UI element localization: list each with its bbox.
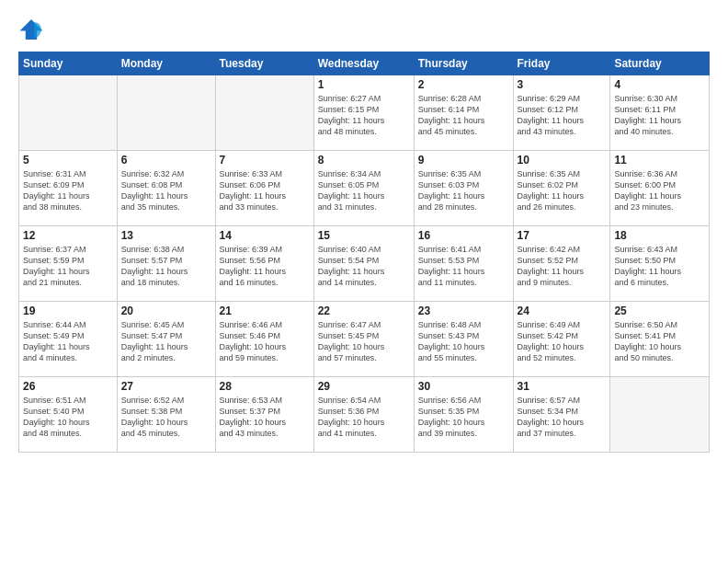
day-info: Sunrise: 6:29 AM Sunset: 6:12 PM Dayligh…: [518, 93, 607, 138]
calendar-cell: 21Sunrise: 6:46 AM Sunset: 5:46 PM Dayli…: [215, 302, 313, 377]
calendar-cell: [215, 75, 313, 151]
calendar-cell: 7Sunrise: 6:33 AM Sunset: 6:06 PM Daylig…: [215, 151, 313, 226]
day-info: Sunrise: 6:30 AM Sunset: 6:11 PM Dayligh…: [614, 93, 705, 138]
day-number: 12: [23, 229, 113, 242]
day-info: Sunrise: 6:53 AM Sunset: 5:37 PM Dayligh…: [220, 395, 310, 440]
weekday-header: Friday: [513, 52, 610, 75]
header: [18, 17, 710, 42]
day-number: 5: [23, 154, 113, 167]
weekday-header: Wednesday: [313, 52, 414, 75]
day-info: Sunrise: 6:31 AM Sunset: 6:09 PM Dayligh…: [23, 168, 113, 213]
weekday-header: Sunday: [19, 52, 118, 75]
day-info: Sunrise: 6:52 AM Sunset: 5:38 PM Dayligh…: [121, 395, 211, 440]
day-info: Sunrise: 6:39 AM Sunset: 5:56 PM Dayligh…: [220, 244, 310, 289]
day-number: 9: [418, 154, 509, 167]
day-number: 21: [220, 304, 310, 317]
day-number: 10: [518, 154, 607, 167]
calendar-cell: 18Sunrise: 6:43 AM Sunset: 5:50 PM Dayli…: [610, 226, 710, 302]
calendar-cell: [19, 75, 118, 151]
calendar-cell: 22Sunrise: 6:47 AM Sunset: 5:45 PM Dayli…: [313, 302, 414, 377]
day-number: 11: [614, 154, 705, 167]
calendar-cell: 15Sunrise: 6:40 AM Sunset: 5:54 PM Dayli…: [313, 226, 414, 302]
day-number: 13: [121, 229, 211, 242]
day-number: 7: [220, 154, 310, 167]
day-number: 3: [518, 78, 607, 91]
calendar-cell: 30Sunrise: 6:56 AM Sunset: 5:35 PM Dayli…: [414, 377, 513, 453]
calendar-cell: 16Sunrise: 6:41 AM Sunset: 5:53 PM Dayli…: [414, 226, 513, 302]
day-info: Sunrise: 6:32 AM Sunset: 6:08 PM Dayligh…: [121, 168, 211, 213]
calendar-cell: 31Sunrise: 6:57 AM Sunset: 5:34 PM Dayli…: [513, 377, 610, 453]
day-number: 20: [121, 304, 211, 317]
day-number: 25: [614, 304, 705, 317]
calendar-cell: 6Sunrise: 6:32 AM Sunset: 6:08 PM Daylig…: [117, 151, 215, 226]
day-info: Sunrise: 6:36 AM Sunset: 6:00 PM Dayligh…: [614, 168, 705, 213]
day-info: Sunrise: 6:50 AM Sunset: 5:41 PM Dayligh…: [614, 319, 705, 364]
weekday-header: Monday: [117, 52, 215, 75]
calendar-cell: 23Sunrise: 6:48 AM Sunset: 5:43 PM Dayli…: [414, 302, 513, 377]
calendar-table: SundayMondayTuesdayWednesdayThursdayFrid…: [18, 52, 710, 453]
day-number: 29: [318, 380, 410, 393]
day-number: 31: [518, 380, 607, 393]
weekday-header-row: SundayMondayTuesdayWednesdayThursdayFrid…: [19, 52, 710, 75]
day-number: 18: [614, 229, 705, 242]
day-info: Sunrise: 6:56 AM Sunset: 5:35 PM Dayligh…: [418, 395, 509, 440]
day-info: Sunrise: 6:33 AM Sunset: 6:06 PM Dayligh…: [220, 168, 310, 213]
day-info: Sunrise: 6:51 AM Sunset: 5:40 PM Dayligh…: [23, 395, 113, 440]
calendar-cell: 2Sunrise: 6:28 AM Sunset: 6:14 PM Daylig…: [414, 75, 513, 151]
day-info: Sunrise: 6:35 AM Sunset: 6:03 PM Dayligh…: [418, 168, 509, 213]
calendar-cell: 1Sunrise: 6:27 AM Sunset: 6:15 PM Daylig…: [313, 75, 414, 151]
day-number: 26: [23, 380, 113, 393]
calendar-cell: 20Sunrise: 6:45 AM Sunset: 5:47 PM Dayli…: [117, 302, 215, 377]
day-number: 8: [318, 154, 410, 167]
day-number: 15: [318, 229, 410, 242]
calendar-cell: 28Sunrise: 6:53 AM Sunset: 5:37 PM Dayli…: [215, 377, 313, 453]
calendar-cell: 14Sunrise: 6:39 AM Sunset: 5:56 PM Dayli…: [215, 226, 313, 302]
calendar-cell: 13Sunrise: 6:38 AM Sunset: 5:57 PM Dayli…: [117, 226, 215, 302]
day-info: Sunrise: 6:35 AM Sunset: 6:02 PM Dayligh…: [518, 168, 607, 213]
calendar-cell: 4Sunrise: 6:30 AM Sunset: 6:11 PM Daylig…: [610, 75, 710, 151]
day-info: Sunrise: 6:37 AM Sunset: 5:59 PM Dayligh…: [23, 244, 113, 289]
calendar-cell: 5Sunrise: 6:31 AM Sunset: 6:09 PM Daylig…: [19, 151, 118, 226]
calendar-week-row: 19Sunrise: 6:44 AM Sunset: 5:49 PM Dayli…: [19, 302, 710, 377]
weekday-header: Saturday: [610, 52, 710, 75]
day-info: Sunrise: 6:34 AM Sunset: 6:05 PM Dayligh…: [318, 168, 410, 213]
calendar-cell: 27Sunrise: 6:52 AM Sunset: 5:38 PM Dayli…: [117, 377, 215, 453]
calendar-cell: [610, 377, 710, 453]
logo-icon: [18, 17, 44, 42]
day-info: Sunrise: 6:57 AM Sunset: 5:34 PM Dayligh…: [518, 395, 607, 440]
day-info: Sunrise: 6:44 AM Sunset: 5:49 PM Dayligh…: [23, 319, 113, 364]
day-info: Sunrise: 6:45 AM Sunset: 5:47 PM Dayligh…: [121, 319, 211, 364]
day-number: 24: [518, 304, 607, 317]
day-number: 1: [318, 78, 410, 91]
day-number: 6: [121, 154, 211, 167]
calendar-week-row: 12Sunrise: 6:37 AM Sunset: 5:59 PM Dayli…: [19, 226, 710, 302]
day-info: Sunrise: 6:41 AM Sunset: 5:53 PM Dayligh…: [418, 244, 509, 289]
day-number: 19: [23, 304, 113, 317]
day-number: 23: [418, 304, 509, 317]
calendar-cell: 11Sunrise: 6:36 AM Sunset: 6:00 PM Dayli…: [610, 151, 710, 226]
calendar-week-row: 5Sunrise: 6:31 AM Sunset: 6:09 PM Daylig…: [19, 151, 710, 226]
calendar-cell: [117, 75, 215, 151]
weekday-header: Thursday: [414, 52, 513, 75]
page: SundayMondayTuesdayWednesdayThursdayFrid…: [0, 0, 728, 563]
day-info: Sunrise: 6:27 AM Sunset: 6:15 PM Dayligh…: [318, 93, 410, 138]
day-number: 16: [418, 229, 509, 242]
calendar-cell: 17Sunrise: 6:42 AM Sunset: 5:52 PM Dayli…: [513, 226, 610, 302]
day-info: Sunrise: 6:48 AM Sunset: 5:43 PM Dayligh…: [418, 319, 509, 364]
day-number: 30: [418, 380, 509, 393]
calendar-cell: 3Sunrise: 6:29 AM Sunset: 6:12 PM Daylig…: [513, 75, 610, 151]
day-number: 28: [220, 380, 310, 393]
calendar-cell: 10Sunrise: 6:35 AM Sunset: 6:02 PM Dayli…: [513, 151, 610, 226]
calendar-cell: 8Sunrise: 6:34 AM Sunset: 6:05 PM Daylig…: [313, 151, 414, 226]
calendar-cell: 26Sunrise: 6:51 AM Sunset: 5:40 PM Dayli…: [19, 377, 118, 453]
day-number: 27: [121, 380, 211, 393]
day-number: 22: [318, 304, 410, 317]
weekday-header: Tuesday: [215, 52, 313, 75]
calendar-cell: 12Sunrise: 6:37 AM Sunset: 5:59 PM Dayli…: [19, 226, 118, 302]
day-info: Sunrise: 6:42 AM Sunset: 5:52 PM Dayligh…: [518, 244, 607, 289]
day-info: Sunrise: 6:40 AM Sunset: 5:54 PM Dayligh…: [318, 244, 410, 289]
day-info: Sunrise: 6:28 AM Sunset: 6:14 PM Dayligh…: [418, 93, 509, 138]
calendar-cell: 29Sunrise: 6:54 AM Sunset: 5:36 PM Dayli…: [313, 377, 414, 453]
day-info: Sunrise: 6:43 AM Sunset: 5:50 PM Dayligh…: [614, 244, 705, 289]
calendar-cell: 19Sunrise: 6:44 AM Sunset: 5:49 PM Dayli…: [19, 302, 118, 377]
